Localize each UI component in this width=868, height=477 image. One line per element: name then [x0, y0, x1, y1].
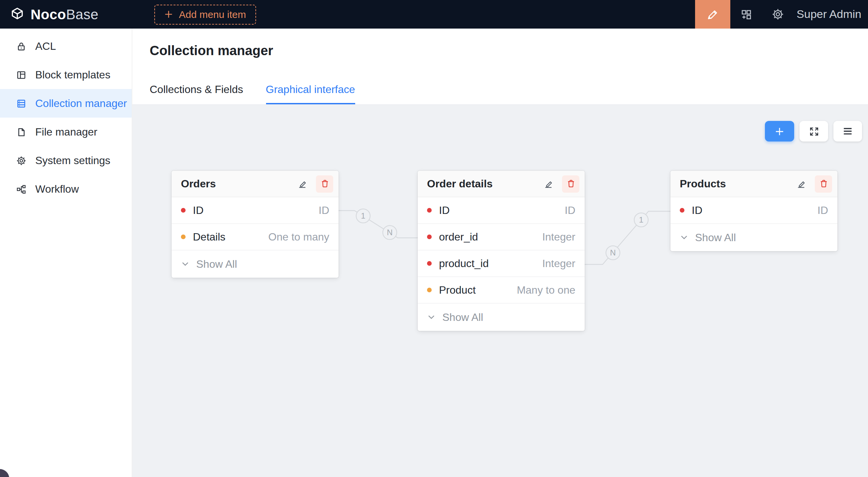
topbar-right: Super Admin — [695, 0, 868, 29]
field-row: ID ID — [418, 197, 585, 224]
main-content: Collection manager Collections & Fields … — [132, 29, 868, 477]
plus-icon — [164, 10, 173, 19]
show-all-button[interactable]: Show All — [671, 224, 837, 251]
delete-collection-button[interactable] — [316, 175, 333, 192]
svg-text:N: N — [387, 228, 393, 237]
field-type: Many to one — [517, 284, 575, 296]
show-all-button[interactable]: Show All — [418, 304, 585, 331]
sidebar-item-system-settings[interactable]: System settings — [0, 146, 132, 175]
edit-collection-button[interactable] — [293, 175, 311, 192]
sidebar-item-collection-manager[interactable]: Collection manager — [0, 89, 132, 117]
field-name: order_id — [439, 231, 478, 243]
layout-icon — [16, 69, 27, 80]
add-menu-item-label: Add menu item — [179, 9, 246, 20]
pen-icon — [297, 179, 307, 189]
field-key-dot — [427, 288, 432, 292]
appstore-add-icon — [740, 8, 752, 20]
show-all-button[interactable]: Show All — [172, 250, 339, 278]
field-name: ID — [692, 204, 702, 216]
tab-graphical-interface[interactable]: Graphical interface — [266, 84, 355, 104]
field-type: ID — [565, 204, 575, 216]
plugin-manager-button[interactable] — [695, 0, 730, 29]
tab-collections-and-fields[interactable]: Collections & Fields — [150, 84, 243, 104]
field-key-dot — [181, 235, 186, 239]
field-key-dot — [427, 261, 432, 266]
workflow-icon — [16, 184, 27, 194]
nocobase-cube-icon — [9, 6, 26, 23]
trash-icon — [818, 179, 829, 189]
field-type: One to many — [268, 231, 329, 243]
entity-header: Products — [671, 171, 837, 197]
canvas-toolbar — [765, 121, 862, 141]
edit-collection-button[interactable] — [539, 175, 557, 192]
field-row: order_id Integer — [418, 224, 585, 250]
tab-bar: Collections & Fields Graphical interface — [150, 84, 355, 104]
show-all-label: Show All — [695, 232, 736, 243]
plus-icon — [774, 126, 785, 137]
menu-icon — [842, 126, 854, 137]
logo-text: NocoBase — [31, 6, 98, 22]
show-all-label: Show All — [442, 311, 483, 323]
entity-card-orders[interactable]: Orders — [172, 171, 339, 278]
delete-collection-button[interactable] — [815, 175, 832, 192]
field-name: product_id — [439, 258, 489, 269]
field-name: Details — [193, 231, 225, 243]
svg-text:N: N — [610, 248, 616, 257]
svg-text:1: 1 — [639, 215, 643, 224]
add-menu-item-button[interactable]: Add menu item — [154, 4, 256, 24]
user-menu[interactable]: Super Admin — [797, 8, 861, 21]
page-title: Collection manager — [150, 43, 273, 59]
sidebar-item-label: ACL — [35, 40, 56, 52]
chevron-down-icon — [427, 313, 436, 321]
field-type: Integer — [542, 258, 575, 269]
chevron-down-icon — [680, 233, 688, 242]
field-key-dot — [427, 208, 432, 213]
field-type: ID — [319, 204, 329, 216]
relation-edge-orderdetails-products: N 1 — [585, 211, 671, 264]
edit-collection-button[interactable] — [792, 175, 809, 192]
field-row: ID ID — [671, 197, 837, 224]
sidebar-item-block-templates[interactable]: Block templates — [0, 61, 132, 89]
sidebar-item-label: File manager — [35, 126, 97, 138]
appstore-add-button[interactable] — [730, 0, 762, 29]
add-collection-button[interactable] — [765, 121, 794, 141]
chevron-down-icon — [181, 260, 190, 268]
sidebar: ACL Block templates Collection manager — [0, 29, 132, 477]
entity-title: Products — [680, 178, 792, 190]
highlighter-icon — [706, 8, 719, 21]
field-row: Details One to many — [172, 224, 339, 250]
collection-list-menu-button[interactable] — [833, 121, 862, 141]
relation-edge-orders-orderdetails: 1 N — [339, 209, 418, 239]
delete-collection-button[interactable] — [562, 175, 579, 192]
sidebar-item-file-manager[interactable]: File manager — [0, 117, 132, 146]
sidebar-item-label: Collection manager — [35, 97, 127, 109]
file-icon — [16, 127, 27, 137]
trash-icon — [319, 179, 330, 189]
field-row: product_id Integer — [418, 250, 585, 277]
sidebar-item-acl[interactable]: ACL — [0, 32, 132, 61]
sidebar-item-workflow[interactable]: Workflow — [0, 175, 132, 203]
entity-title: Orders — [181, 178, 293, 190]
pen-icon — [796, 179, 806, 189]
entity-header: Orders — [172, 171, 339, 197]
content-header: Collection manager Collections & Fields … — [132, 29, 868, 105]
app-window: NocoBase Add menu item — [0, 0, 868, 477]
collection-icon — [16, 98, 27, 109]
field-row: ID ID — [172, 197, 339, 224]
field-row: Product Many to one — [418, 277, 585, 304]
entity-header: Order details — [418, 171, 585, 197]
er-diagram-canvas[interactable]: 1 N N 1 — [132, 105, 868, 477]
entity-card-products[interactable]: Products — [671, 171, 837, 251]
field-key-dot — [181, 208, 186, 213]
pen-icon — [543, 179, 553, 189]
field-type: Integer — [542, 231, 575, 243]
settings-button[interactable] — [762, 0, 794, 29]
entity-card-order-details[interactable]: Order details — [418, 171, 585, 331]
show-all-label: Show All — [196, 258, 237, 270]
field-name: ID — [439, 204, 450, 216]
fullscreen-icon — [808, 126, 819, 137]
gear-icon — [772, 8, 784, 21]
sidebar-item-label: Workflow — [35, 183, 79, 195]
sidebar-item-label: System settings — [35, 155, 111, 166]
fullscreen-button[interactable] — [800, 121, 828, 141]
